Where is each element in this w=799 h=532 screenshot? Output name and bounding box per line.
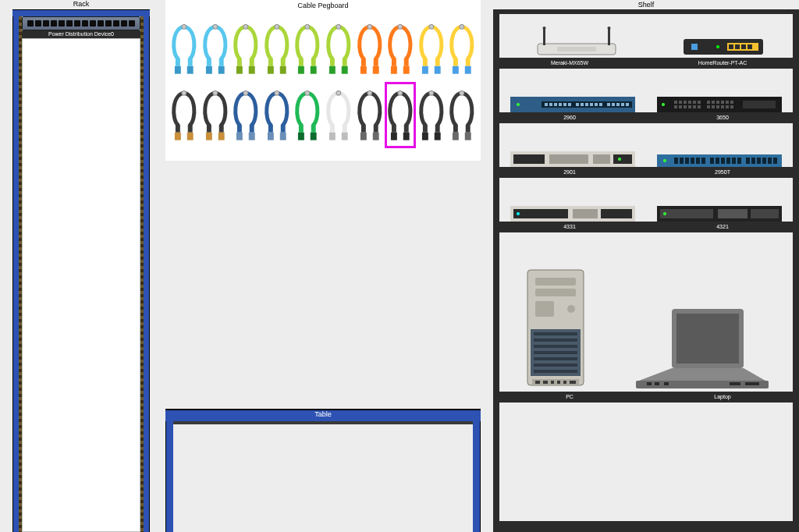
svg-rect-23 <box>311 59 316 66</box>
pdu-port[interactable] <box>35 20 41 27</box>
shelf-row[interactable]: 29012950T <box>499 123 793 178</box>
cable-phone[interactable] <box>354 16 385 82</box>
device-laptop[interactable] <box>636 306 769 392</box>
cable-usb[interactable] <box>354 82 385 148</box>
shelf-label: Laptop <box>646 392 799 403</box>
cable-copper-crossover[interactable] <box>261 16 293 82</box>
rack-top-bar <box>12 9 150 16</box>
svg-rect-178 <box>732 158 736 164</box>
svg-point-133 <box>517 103 520 106</box>
svg-rect-7 <box>206 66 212 74</box>
pdu-port[interactable] <box>121 20 127 27</box>
cable-copper-straight[interactable] <box>200 16 231 82</box>
rack-title: Rack <box>12 0 150 8</box>
svg-rect-81 <box>361 125 366 133</box>
device-switch2960[interactable] <box>510 97 635 112</box>
svg-rect-212 <box>543 381 548 384</box>
svg-point-25 <box>336 24 341 29</box>
svg-rect-129 <box>612 103 615 106</box>
svg-rect-94 <box>435 133 441 140</box>
cable-coax[interactable] <box>446 16 478 82</box>
shelf-row[interactable]: 43314321 <box>499 178 793 232</box>
svg-rect-136 <box>679 101 682 104</box>
svg-rect-54 <box>187 133 194 140</box>
power-distribution-device[interactable] <box>22 16 140 30</box>
pdu-port[interactable] <box>105 20 112 27</box>
svg-rect-39 <box>403 66 410 74</box>
device-meraki[interactable] <box>526 25 627 58</box>
table-leg-right <box>473 421 481 532</box>
pdu-port[interactable] <box>51 20 57 27</box>
svg-point-75 <box>336 90 341 95</box>
device-switch3650[interactable] <box>657 97 782 112</box>
cable-fiber[interactable] <box>323 16 354 82</box>
cable-copper-crossover[interactable] <box>230 16 261 82</box>
svg-rect-132 <box>626 103 629 106</box>
shelf: Shelf Meraki-MX65WHomeRouter-PT-AC <box>493 0 799 532</box>
svg-point-20 <box>305 24 310 29</box>
shelf-row[interactable]: Meraki-MX65WHomeRouter-PT-AC <box>499 14 793 69</box>
svg-point-70 <box>305 90 310 95</box>
device-homerouter[interactable] <box>680 34 766 58</box>
svg-rect-182 <box>757 158 761 164</box>
cable-console[interactable] <box>416 82 447 148</box>
pdu-port[interactable] <box>82 20 88 27</box>
pdu-port[interactable] <box>66 20 73 27</box>
cable-serial-dte[interactable] <box>261 82 293 148</box>
shelf-row[interactable]: PCLaptop <box>499 232 793 403</box>
cable-fiber[interactable] <box>292 16 323 82</box>
svg-rect-144 <box>688 105 691 108</box>
device-router4331[interactable] <box>510 206 635 222</box>
device-router2901[interactable] <box>510 151 635 167</box>
svg-rect-169 <box>680 158 684 164</box>
pdu-port[interactable] <box>113 20 119 27</box>
rack-body[interactable] <box>22 38 140 532</box>
pdu-port[interactable] <box>27 20 34 27</box>
svg-rect-28 <box>343 59 347 66</box>
svg-rect-62 <box>236 133 243 140</box>
cable-usb[interactable] <box>446 82 478 148</box>
svg-rect-24 <box>311 66 317 74</box>
svg-rect-12 <box>236 66 243 74</box>
cable-serial-dce[interactable] <box>169 82 200 148</box>
cable-serial-dce[interactable] <box>200 82 231 148</box>
shelf-side-right <box>793 9 799 532</box>
cable-console[interactable] <box>385 82 416 148</box>
device-pc[interactable] <box>524 267 587 392</box>
svg-rect-93 <box>435 125 440 133</box>
svg-rect-92 <box>422 133 428 140</box>
svg-rect-152 <box>730 101 733 104</box>
svg-rect-89 <box>403 133 410 140</box>
svg-rect-176 <box>721 158 725 164</box>
cable-copper-straight[interactable] <box>169 16 200 82</box>
cable-octal[interactable] <box>292 82 323 148</box>
pdu-port[interactable] <box>129 20 135 27</box>
pdu-port[interactable] <box>90 20 96 27</box>
cable-iot-custom[interactable] <box>323 82 354 148</box>
pdu-port[interactable] <box>43 20 49 27</box>
svg-rect-105 <box>557 47 596 51</box>
svg-rect-1 <box>176 59 180 66</box>
svg-rect-3 <box>188 59 193 66</box>
cable-serial-dte[interactable] <box>230 82 261 148</box>
shelf-label: 4321 <box>646 222 799 232</box>
table-surface[interactable] <box>173 421 473 424</box>
svg-rect-79 <box>342 133 348 140</box>
device-switch2950t[interactable] <box>657 154 782 167</box>
shelf-row[interactable]: 29603650 <box>499 69 793 123</box>
pdu-port[interactable] <box>98 20 104 27</box>
pdu-port[interactable] <box>59 20 65 27</box>
cable-coax[interactable] <box>416 16 447 82</box>
pdu-port[interactable] <box>74 20 80 27</box>
shelf-row[interactable] <box>499 403 793 532</box>
svg-rect-138 <box>688 101 691 104</box>
rack: Rack Power Distribution Device0 <box>12 0 150 532</box>
cable-phone[interactable] <box>385 16 416 82</box>
svg-rect-147 <box>707 101 710 104</box>
svg-point-160 <box>662 103 665 106</box>
device-router4321[interactable] <box>657 206 782 222</box>
svg-rect-124 <box>585 103 588 106</box>
svg-rect-145 <box>693 105 696 108</box>
svg-rect-72 <box>298 133 304 140</box>
svg-rect-154 <box>712 105 715 108</box>
